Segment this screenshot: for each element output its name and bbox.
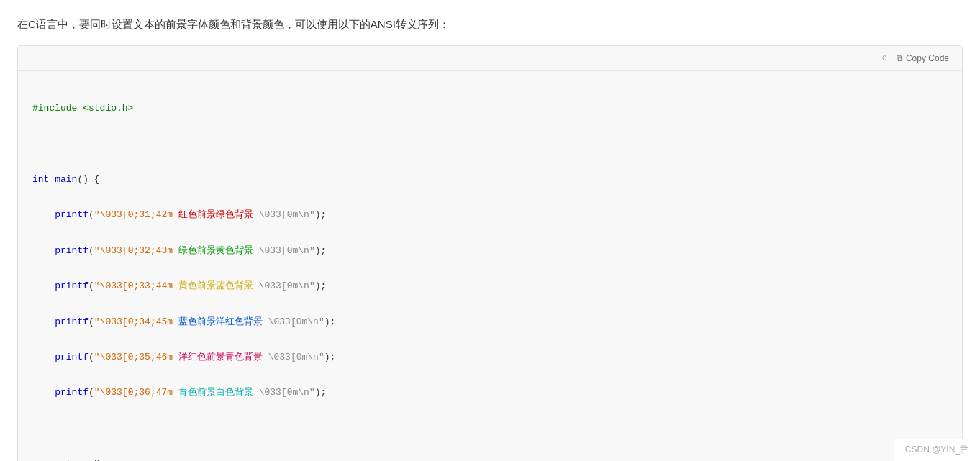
code-header: c ⧉ Copy Code (18, 46, 962, 71)
footer-text: CSDN @YIN_尹 (905, 444, 968, 455)
code-line: return 0; (32, 455, 948, 461)
code-line (32, 136, 948, 154)
code-content: #include <stdio.h> int main() { printf("… (18, 71, 962, 461)
code-line: printf("\033[0;34;45m 蓝色前景洋红色背景 \033[0m\… (32, 314, 948, 332)
intro-text: 在C语言中，要同时设置文本的前景字体颜色和背景颜色，可以使用以下的ANSI转义序… (17, 14, 963, 34)
code-line: printf("\033[0;33;44m 黄色前景蓝色背景 \033[0m\n… (32, 278, 948, 296)
code-line: printf("\033[0;35;46m 洋红色前景青色背景 \033[0m\… (32, 349, 948, 367)
copy-button[interactable]: ⧉ Copy Code (892, 52, 953, 65)
code-line: printf("\033[0;31;42m 红色前景绿色背景 \033[0m\n… (32, 206, 948, 224)
code-line: printf("\033[0;32;43m 绿色前景黄色背景 \033[0m\n… (32, 242, 948, 260)
code-lang-label: c (882, 50, 886, 66)
code-line: int main() { (32, 171, 948, 189)
copy-icon: ⧉ (897, 53, 903, 63)
copy-label: Copy Code (906, 53, 949, 63)
footer-bar: CSDN @YIN_尹 (894, 439, 980, 461)
code-line: #include <stdio.h> (32, 100, 948, 118)
code-block-wrapper: c ⧉ Copy Code #include <stdio.h> int mai… (17, 45, 963, 461)
code-line (32, 420, 948, 438)
code-line: printf("\033[0;36;47m 青色前景白色背景 \033[0m\n… (32, 384, 948, 402)
